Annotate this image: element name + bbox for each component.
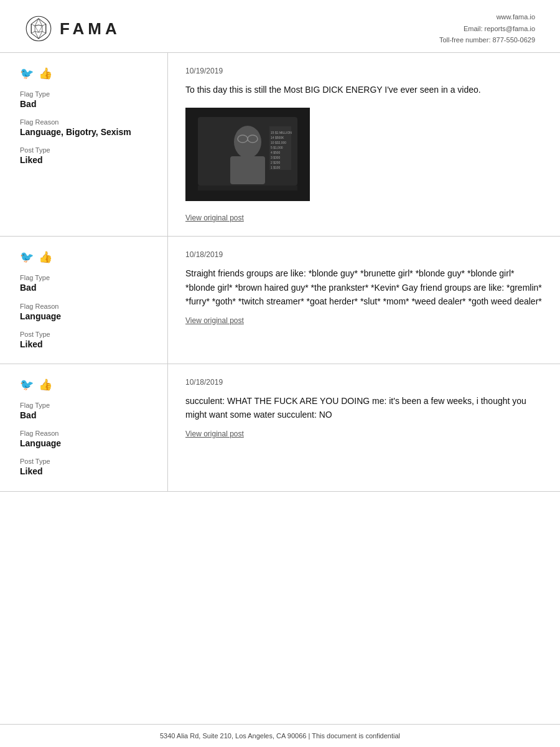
post-content-1: To this day this is still the Most BIG D… — [185, 83, 543, 96]
post-type-group-3: Post Type Liked — [20, 458, 152, 477]
social-icons-2: 🐦 👍 — [20, 250, 152, 264]
flag-type-label-3: Flag Type — [20, 402, 152, 409]
flag-reason-value-2: Language — [20, 311, 152, 322]
like-icon-2: 👍 — [39, 250, 52, 264]
post-content-2: Straight friends groups are like: *blond… — [185, 266, 543, 308]
right-panel-2: 10/18/2019 Straight friends groups are l… — [168, 237, 560, 364]
flag-type-value-3: Bad — [20, 410, 152, 421]
svg-text:4 $500: 4 $500 — [271, 151, 281, 154]
flag-reason-label-1: Flag Reason — [20, 118, 152, 126]
svg-point-0 — [26, 16, 51, 41]
left-panel-1: 🐦 👍 Flag Type Bad Flag Reason Language, … — [0, 53, 168, 236]
svg-rect-23 — [198, 186, 297, 190]
svg-text:5 $1,000: 5 $1,000 — [271, 146, 283, 149]
like-icon-3: 👍 — [39, 378, 52, 392]
post-type-label-1: Post Type — [20, 146, 152, 154]
post-date-3: 10/18/2019 — [185, 378, 543, 387]
post-type-value-3: Liked — [20, 466, 152, 477]
svg-text:14 $500K: 14 $500K — [271, 136, 284, 139]
flag-reason-group-1: Flag Reason Language, Bigotry, Sexism — [20, 118, 152, 138]
footer-address: 5340 Alia Rd, Suite 210, Los Angeles, CA… — [160, 732, 400, 740]
right-panel-1: 10/19/2019 To this day this is still the… — [168, 53, 560, 236]
post-type-group-1: Post Type Liked — [20, 146, 152, 166]
logo-gem-icon — [25, 15, 52, 42]
svg-marker-5 — [31, 24, 35, 34]
svg-text:10 $32,000: 10 $32,000 — [271, 141, 286, 144]
flag-type-label-1: Flag Type — [20, 90, 152, 98]
entry-row-3: 🐦 👍 Flag Type Bad Flag Reason Language P… — [0, 364, 560, 492]
svg-point-9 — [234, 126, 261, 158]
flag-type-group-1: Flag Type Bad — [20, 90, 152, 110]
right-panel-3: 10/18/2019 succulent: WHAT THE FUCK ARE … — [168, 364, 560, 491]
flag-reason-group-3: Flag Reason Language — [20, 430, 152, 449]
twitter-icon-2: 🐦 — [20, 250, 34, 264]
email: Email: reports@fama.io — [439, 23, 535, 35]
view-original-link-1[interactable]: View original post — [185, 214, 543, 222]
flag-reason-label-2: Flag Reason — [20, 303, 152, 310]
post-type-value-1: Liked — [20, 154, 152, 166]
website: www.fama.io — [439, 11, 535, 23]
flag-type-value-1: Bad — [20, 98, 152, 110]
svg-marker-4 — [42, 24, 46, 34]
post-type-label-2: Post Type — [20, 331, 152, 338]
flag-reason-group-2: Flag Reason Language — [20, 303, 152, 322]
flag-reason-label-3: Flag Reason — [20, 430, 152, 437]
flag-type-group-2: Flag Type Bad — [20, 274, 152, 293]
content-area: 🐦 👍 Flag Type Bad Flag Reason Language, … — [0, 53, 560, 492]
post-content-3: succulent: WHAT THE FUCK ARE YOU DOING m… — [185, 394, 543, 422]
twitter-icon-3: 🐦 — [20, 378, 34, 392]
entry-row-1: 🐦 👍 Flag Type Bad Flag Reason Language, … — [0, 53, 560, 237]
view-original-link-3[interactable]: View original post — [185, 430, 543, 438]
logo-area: FAMA — [25, 15, 121, 42]
svg-rect-10 — [230, 156, 265, 184]
post-type-label-3: Post Type — [20, 458, 152, 465]
logo-text: FAMA — [60, 19, 121, 39]
svg-text:2 $200: 2 $200 — [271, 161, 281, 164]
social-icons-1: 🐦 👍 — [20, 67, 152, 80]
post-type-value-2: Liked — [20, 339, 152, 350]
svg-text:3 $300: 3 $300 — [271, 156, 281, 159]
svg-marker-1 — [31, 19, 45, 39]
flag-type-group-3: Flag Type Bad — [20, 402, 152, 421]
left-panel-3: 🐦 👍 Flag Type Bad Flag Reason Language P… — [0, 364, 168, 491]
post-image-1: 15 $1 MILLION 14 $500K 10 $32,000 5 $1,0… — [185, 108, 310, 201]
social-icons-3: 🐦 👍 — [20, 378, 152, 392]
flag-reason-value-3: Language — [20, 438, 152, 449]
post-date-2: 10/18/2019 — [185, 250, 543, 259]
svg-marker-6 — [35, 25, 42, 32]
post-type-group-2: Post Type Liked — [20, 331, 152, 350]
twitter-icon: 🐦 — [20, 67, 34, 80]
flag-reason-value-1: Language, Bigotry, Sexism — [20, 126, 152, 138]
view-original-link-2[interactable]: View original post — [185, 316, 543, 325]
entry-row-2: 🐦 👍 Flag Type Bad Flag Reason Language P… — [0, 237, 560, 364]
flag-type-value-2: Bad — [20, 282, 152, 293]
post-date-1: 10/19/2019 — [185, 67, 543, 75]
flag-type-label-2: Flag Type — [20, 274, 152, 281]
contact-info: www.fama.io Email: reports@fama.io Toll-… — [439, 11, 535, 46]
like-icon: 👍 — [39, 67, 52, 80]
page-footer: 5340 Alia Rd, Suite 210, Los Angeles, CA… — [0, 724, 560, 747]
phone: Toll-free number: 877-550-0629 — [439, 34, 535, 46]
page-header: FAMA www.fama.io Email: reports@fama.io … — [0, 0, 560, 53]
svg-text:1 $100: 1 $100 — [271, 166, 281, 169]
svg-text:15 $1 MILLION: 15 $1 MILLION — [271, 131, 292, 134]
left-panel-2: 🐦 👍 Flag Type Bad Flag Reason Language P… — [0, 237, 168, 364]
